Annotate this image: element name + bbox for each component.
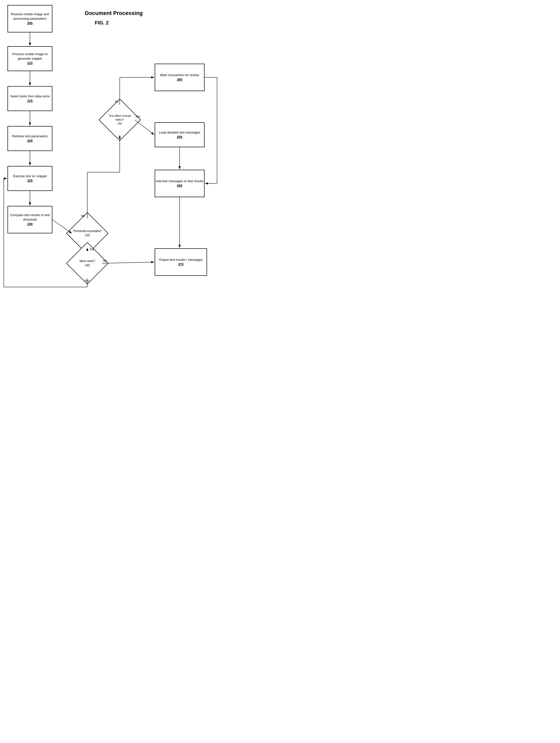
label-yes-235: Yes [89, 248, 94, 251]
box-215-label: Select tests from data store [10, 94, 50, 98]
svg-line-15 [102, 262, 154, 263]
box-215: Select tests from data store 215 [7, 86, 52, 111]
box-205: Receive mobile image and processing para… [7, 5, 52, 33]
box-225: Execute test on snippet 225 [7, 166, 52, 191]
box-230: Compare test results to test threshold 2… [7, 206, 52, 233]
box-265-label: Mark transaction for review [160, 73, 199, 77]
diamond-250-text: Test Affect Overall status? 250 [105, 114, 135, 126]
diamond-235-text: Threshold exceeded? 235 [73, 229, 101, 237]
box-210: Process mobile image to generate snippet… [7, 46, 52, 71]
page-title: Document Processing [85, 10, 143, 16]
flowchart-page: Document Processing FIG. 2 Receive mobil… [0, 0, 225, 297]
fig-label: FIG. 2 [95, 20, 109, 26]
diamond-250-container: Test Affect Overall status? 250 [105, 105, 135, 135]
box-220: Retrieve test parameters 220 [7, 126, 52, 151]
box-205-num: 205 [8, 21, 52, 26]
box-270-num: 270 [159, 262, 203, 267]
label-no-240: No [103, 259, 107, 263]
box-210-label: Process mobile image to generate snippet [8, 52, 52, 61]
box-210-num: 210 [8, 61, 52, 65]
box-255-num: 255 [159, 135, 200, 139]
box-205-label: Receive mobile image and processing para… [8, 12, 52, 21]
box-260-num: 260 [156, 183, 203, 188]
box-225-num: 225 [13, 178, 47, 183]
box-270: Output test results / messages 270 [155, 248, 207, 276]
box-260: Add test messages to test results 260 [155, 170, 204, 197]
box-255: Load detailed test messages 255 [155, 122, 204, 147]
box-230-label: Compare test results to test threshold [8, 213, 52, 222]
label-yes-250: Yes [135, 115, 140, 118]
box-265-num: 265 [160, 77, 199, 82]
box-255-label: Load detailed test messages [159, 130, 200, 135]
box-260-label: Add test messages to test results [156, 179, 203, 183]
diamond-240-container: More tests? 240 [72, 248, 102, 278]
box-265: Mark transaction for review 265 [155, 63, 204, 91]
box-220-label: Retrieve test parameters [12, 134, 48, 138]
box-230-num: 230 [8, 222, 52, 226]
box-270-label: Output test results / messages [159, 258, 203, 262]
box-215-num: 215 [10, 98, 50, 103]
box-225-label: Execute test on snippet [13, 174, 47, 178]
label-no-250: No [115, 100, 119, 103]
label-no-235: No [81, 214, 85, 218]
diamond-240-text: More tests? 240 [80, 259, 95, 268]
box-220-num: 220 [12, 138, 48, 143]
label-yes-240: Yes [84, 279, 89, 282]
